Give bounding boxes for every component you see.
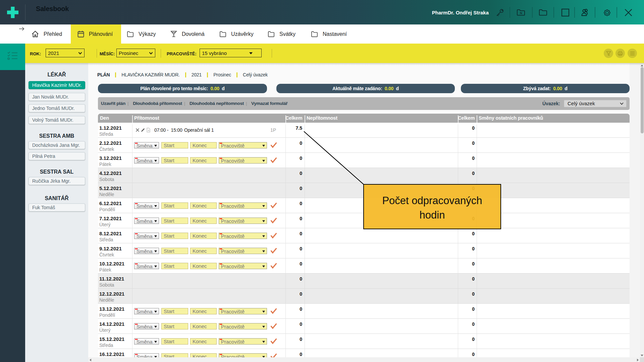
svg-text:N: N — [520, 11, 522, 15]
